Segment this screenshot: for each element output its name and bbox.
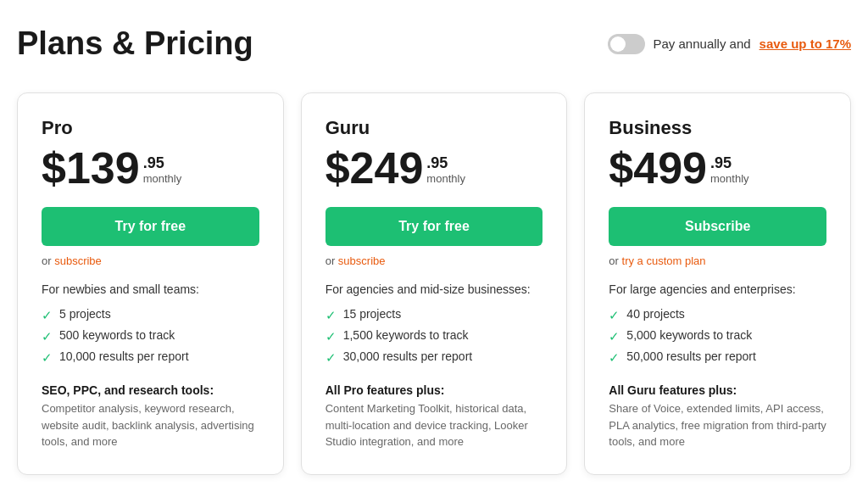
feature-text: 1,500 keywords to track	[343, 328, 469, 342]
feature-item: ✓ 5 projects	[42, 305, 259, 326]
price-cents: .95	[426, 154, 465, 172]
feature-list: ✓ 5 projects ✓ 500 keywords to track ✓ 1…	[42, 305, 259, 368]
feature-item: ✓ 10,000 results per report	[42, 347, 259, 368]
price-amount: $139	[42, 146, 140, 190]
feature-item: ✓ 15 projects	[326, 305, 543, 326]
feature-text: 10,000 results per report	[59, 349, 189, 363]
section-label: All Guru features plus:	[609, 383, 826, 397]
or-line: or subscribe	[42, 254, 259, 267]
check-icon: ✓	[326, 350, 337, 366]
feature-item: ✓ 500 keywords to track	[42, 326, 259, 347]
feature-list: ✓ 15 projects ✓ 1,500 keywords to track …	[326, 305, 543, 368]
page-header: Plans & Pricing Pay annually and save up…	[17, 25, 851, 62]
feature-text: 500 keywords to track	[59, 328, 175, 342]
section-label: SEO, PPC, and research tools:	[42, 383, 259, 397]
check-icon: ✓	[326, 308, 337, 323]
or-line: or subscribe	[326, 254, 543, 267]
feature-item: ✓ 1,500 keywords to track	[326, 326, 543, 347]
check-icon: ✓	[42, 308, 53, 323]
plan-price-row: $139 .95 monthly	[42, 146, 259, 190]
or-line: or try a custom plan	[609, 254, 826, 267]
price-cents: .95	[143, 154, 182, 172]
subscribe-link[interactable]: subscribe	[338, 254, 386, 267]
plan-name: Guru	[326, 117, 543, 139]
plan-description: For agencies and mid-size businesses:	[326, 282, 543, 296]
feature-item: ✓ 30,000 results per report	[326, 347, 543, 368]
price-cents-period: .95 monthly	[710, 154, 749, 190]
annual-billing-toggle[interactable]	[608, 34, 645, 54]
check-icon: ✓	[609, 308, 620, 323]
feature-text: 30,000 results per report	[343, 349, 473, 363]
feature-item: ✓ 5,000 keywords to track	[609, 326, 826, 347]
cta-button[interactable]: Try for free	[326, 207, 543, 246]
plan-card-guru: Guru $249 .95 monthly Try for free or su…	[301, 92, 568, 475]
page-title: Plans & Pricing	[17, 25, 253, 62]
check-icon: ✓	[609, 350, 620, 366]
price-period: monthly	[426, 172, 465, 185]
section-label: All Pro features plus:	[326, 383, 543, 397]
check-icon: ✓	[42, 329, 53, 344]
subscribe-link[interactable]: subscribe	[54, 254, 102, 267]
plan-price-row: $499 .95 monthly	[609, 146, 826, 190]
plan-card-pro: Pro $139 .95 monthly Try for free or sub…	[17, 92, 284, 475]
price-cents-period: .95 monthly	[426, 154, 465, 190]
feature-text: 5 projects	[59, 307, 111, 321]
plan-description: For newbies and small teams:	[42, 282, 259, 296]
price-amount: $499	[609, 146, 707, 190]
check-icon: ✓	[42, 350, 53, 366]
subscribe-link[interactable]: try a custom plan	[622, 254, 706, 267]
feature-text: 15 projects	[343, 307, 401, 321]
section-detail: Share of Voice, extended limits, API acc…	[609, 400, 826, 450]
price-cents: .95	[710, 154, 749, 172]
billing-label: Pay annually and	[654, 36, 751, 51]
feature-item: ✓ 50,000 results per report	[609, 347, 826, 368]
plans-container: Pro $139 .95 monthly Try for free or sub…	[17, 92, 851, 475]
billing-toggle-area: Pay annually and save up to 17%	[608, 34, 851, 54]
section-detail: Competitor analysis, keyword research, w…	[42, 400, 259, 450]
section-detail: Content Marketing Toolkit, historical da…	[326, 400, 543, 450]
plan-price-row: $249 .95 monthly	[326, 146, 543, 190]
plan-card-business: Business $499 .95 monthly Subscribe or t…	[584, 92, 851, 475]
price-cents-period: .95 monthly	[143, 154, 182, 190]
plan-name: Business	[609, 117, 826, 139]
cta-button[interactable]: Try for free	[42, 207, 259, 246]
price-period: monthly	[710, 172, 749, 185]
plan-description: For large agencies and enterprises:	[609, 282, 826, 296]
feature-text: 40 projects	[626, 307, 684, 321]
cta-button[interactable]: Subscribe	[609, 207, 826, 246]
check-icon: ✓	[609, 329, 620, 344]
feature-item: ✓ 40 projects	[609, 305, 826, 326]
price-period: monthly	[143, 172, 182, 185]
check-icon: ✓	[326, 329, 337, 344]
save-label: save up to 17%	[760, 36, 851, 51]
plan-name: Pro	[42, 117, 259, 139]
feature-text: 5,000 keywords to track	[626, 328, 752, 342]
feature-list: ✓ 40 projects ✓ 5,000 keywords to track …	[609, 305, 826, 368]
feature-text: 50,000 results per report	[626, 349, 756, 363]
price-amount: $249	[326, 146, 424, 190]
